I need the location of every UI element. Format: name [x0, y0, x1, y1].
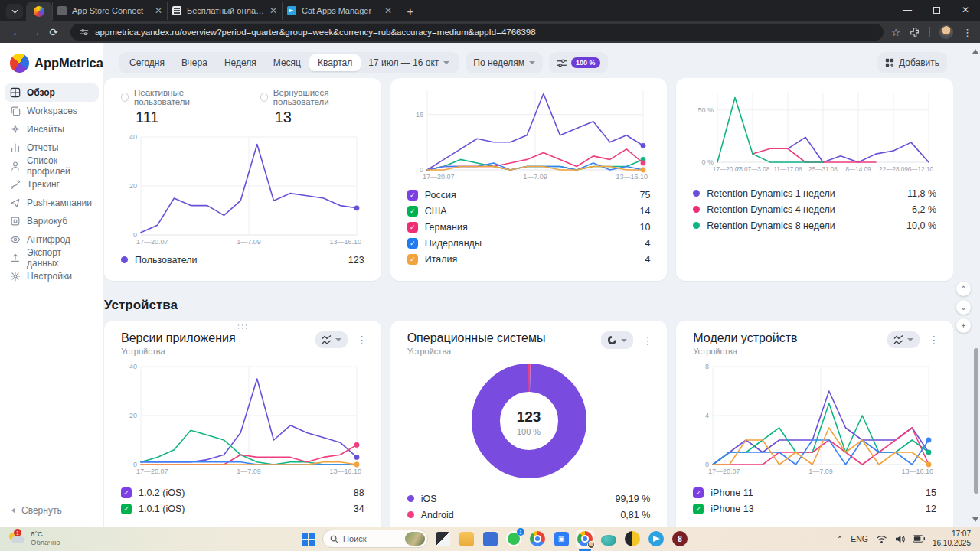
minimize-button[interactable]: — [893, 0, 922, 20]
scrollbar-down-arrow[interactable] [972, 517, 978, 522]
series-dot-icon[interactable] [407, 511, 414, 518]
period-tab[interactable]: Неделя [216, 54, 265, 71]
radio-unchecked-icon[interactable] [121, 93, 129, 102]
close-button[interactable]: ✕ [951, 0, 980, 20]
period-tab[interactable]: Сегодня [121, 54, 173, 71]
card-menu-icon[interactable]: ⋮ [639, 334, 656, 347]
file-explorer-taskbar-icon[interactable] [457, 530, 475, 548]
media-app-taskbar-icon[interactable] [623, 530, 642, 548]
legend-item[interactable]: ✓Италия4 [407, 251, 651, 267]
radio-unchecked-icon[interactable] [260, 93, 268, 102]
period-tab[interactable]: Вчера [173, 54, 216, 71]
address-bar[interactable]: appmetrica.yandex.ru/overview?period=qua… [70, 24, 884, 41]
series-dot-icon[interactable] [121, 256, 128, 263]
chart-type-select[interactable] [887, 331, 920, 348]
sidebar-item-gear[interactable]: Настройки [5, 267, 99, 285]
tab-app-store-connect[interactable]: App Store Connect ✕ [52, 2, 167, 20]
legend-item[interactable]: ✓Россия75 [407, 187, 651, 203]
series-dot-icon[interactable] [693, 206, 700, 213]
checked-checkbox-icon[interactable]: ✓ [693, 504, 704, 514]
tab-cat-apps-manager[interactable]: Cat Apps Manager ✕ [282, 2, 397, 20]
checked-checkbox-icon[interactable]: ✓ [693, 487, 704, 498]
sidebar-item-eye[interactable]: Антифрод [5, 230, 99, 249]
chrome-profile-taskbar-icon[interactable] [576, 530, 594, 548]
legend-item[interactable]: ✓США14 [407, 203, 651, 219]
add-widget-button[interactable]: Добавить [877, 52, 947, 73]
chrome-taskbar-icon[interactable] [528, 530, 547, 548]
maximize-button[interactable] [922, 0, 951, 20]
checked-checkbox-icon[interactable]: ✓ [407, 222, 418, 233]
period-tab[interactable]: Месяц [265, 54, 309, 71]
reload-button[interactable]: ⟳ [44, 26, 63, 38]
extensions-icon[interactable] [910, 27, 920, 37]
browser-menu-icon[interactable]: ⋮ [962, 27, 972, 38]
sidebar-item-person[interactable]: Список профилей [5, 157, 99, 175]
task-view-taskbar-icon[interactable] [433, 530, 452, 548]
chart-type-select[interactable] [315, 331, 348, 348]
date-range-select[interactable]: 17 июл — 16 окт [361, 54, 457, 71]
period-tab[interactable]: Квартал [309, 54, 361, 71]
browser-8-taskbar-icon[interactable]: 8 [671, 530, 689, 548]
battery-icon[interactable] [913, 535, 925, 543]
legend-item[interactable]: ✓iPhone 1115 [693, 484, 936, 500]
forward-button[interactable]: → [26, 26, 44, 38]
legend-item[interactable]: Retention Dynamics 8 недели10,0 % [693, 217, 936, 233]
scroll-up-button[interactable]: ⌃ [956, 282, 971, 296]
whatsapp-taskbar-icon[interactable]: 1 [505, 530, 523, 548]
profile-avatar[interactable] [939, 25, 953, 39]
store-taskbar-icon[interactable] [481, 530, 499, 548]
grouping-select[interactable]: По неделям [466, 52, 543, 73]
back-button[interactable]: ← [8, 26, 26, 38]
sidebar-item-grid[interactable]: Обзор [5, 83, 99, 102]
chart-type-select[interactable] [601, 331, 633, 349]
page-scrollbar[interactable] [972, 43, 980, 527]
scrollbar-up-arrow[interactable] [972, 49, 978, 54]
legend-item[interactable]: Android0,81 % [407, 507, 651, 523]
clock[interactable]: 17:07 16.10.2025 [933, 530, 971, 549]
close-tab-icon[interactable]: ✕ [270, 5, 277, 16]
scrollbar-thumb[interactable] [974, 348, 978, 494]
legend-item[interactable]: Пользователи123 [121, 252, 364, 268]
checked-checkbox-icon[interactable]: ✓ [407, 190, 418, 201]
legend-item[interactable]: ✓1.0.1 (iOS)34 [121, 500, 364, 517]
close-tab-icon[interactable]: ✕ [155, 5, 162, 16]
active-tab-appmetrica[interactable] [26, 2, 52, 21]
taskbar-search[interactable]: Поиск [322, 530, 428, 548]
card-menu-icon[interactable]: ⋮ [926, 334, 942, 346]
sidebar-item-upload[interactable]: Экспорт данных [5, 249, 99, 267]
sidebar-item-cube[interactable]: Вариокуб [5, 212, 99, 230]
sidebar-item-send[interactable]: Push-кампании [5, 194, 99, 212]
legend-item[interactable]: ✓1.0.2 (iOS)88 [121, 484, 364, 500]
close-tab-icon[interactable]: ✕ [384, 5, 392, 16]
legend-item[interactable]: ✓Германия10 [407, 219, 651, 235]
card-menu-icon[interactable]: ⋮ [354, 334, 371, 346]
scroll-down-button[interactable]: ⌄ [956, 300, 971, 315]
tab-search-button[interactable] [6, 4, 23, 19]
new-tab-button[interactable]: + [403, 5, 418, 18]
sidebar-item-workspaces[interactable]: Workspaces [5, 102, 99, 120]
series-dot-icon[interactable] [693, 190, 700, 197]
sidebar-collapse-button[interactable]: Свернуть [0, 505, 103, 527]
weather-widget[interactable]: 1 6°C Облачно [0, 530, 299, 547]
zoom-in-button[interactable]: + [956, 318, 971, 333]
series-dot-icon[interactable] [407, 495, 414, 502]
sidebar-item-sparkle[interactable]: Инсайты [5, 120, 99, 139]
checked-checkbox-icon[interactable]: ✓ [121, 504, 132, 514]
sidebar-item-bar-chart[interactable]: Отчеты [5, 139, 99, 157]
series-dot-icon[interactable] [693, 222, 700, 229]
tray-expand-icon[interactable]: ⌃ [837, 535, 843, 543]
drag-handle-icon[interactable] [237, 324, 249, 330]
clipchamp-taskbar-icon[interactable]: ▣ [552, 530, 570, 548]
start-button[interactable] [299, 530, 317, 548]
cloud-app-taskbar-icon[interactable] [599, 530, 618, 548]
tab-online-notepad[interactable]: Бесплатный онлайн блокнот ✕ [167, 2, 282, 20]
sidebar-item-route[interactable]: Трекинг [5, 175, 99, 194]
legend-item[interactable]: ✓Нидерланды4 [407, 235, 651, 251]
volume-icon[interactable] [895, 535, 905, 543]
language-indicator[interactable]: ENG [851, 534, 868, 543]
legend-item[interactable]: Retention Dynamics 4 недели6,2 % [693, 201, 936, 217]
legend-item[interactable]: iOS99,19 % [407, 491, 651, 507]
accuracy-filter-button[interactable]: 100 % [549, 52, 608, 73]
checked-checkbox-icon[interactable]: ✓ [407, 238, 418, 249]
checked-checkbox-icon[interactable]: ✓ [407, 254, 418, 265]
